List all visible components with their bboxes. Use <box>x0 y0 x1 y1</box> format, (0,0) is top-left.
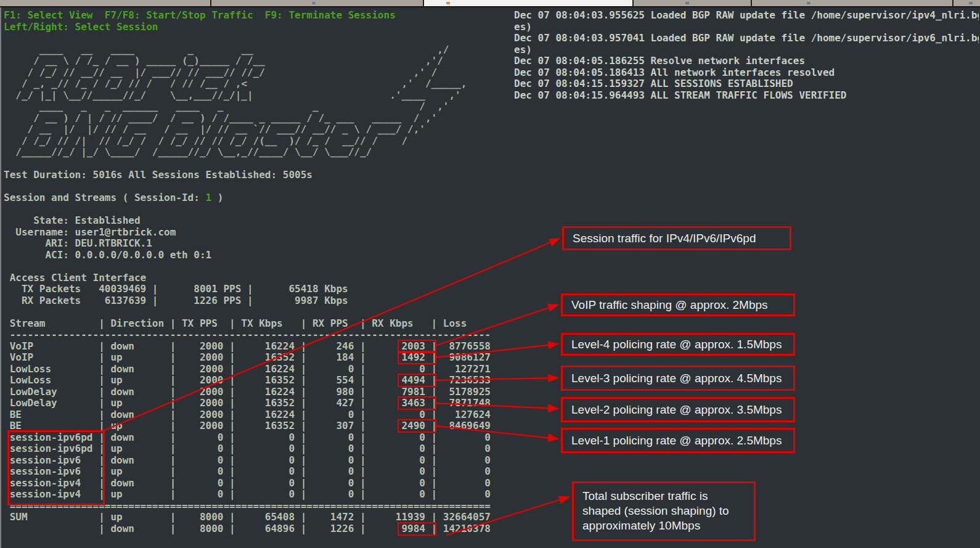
tab-favicon <box>969 2 973 4</box>
log-line: Dec 07 08:04:05.186255 Resolve network i… <box>514 55 979 67</box>
session-streams-heading: Session and Streams ( Session-Id: 1 ) <box>4 192 491 204</box>
annotation-box-level-4-policing: Level-4 policing rate @ approx. 1.5Mbps <box>561 333 795 356</box>
tab-divider <box>952 0 953 6</box>
terminal-line <box>4 261 491 272</box>
annotation-box-session-traffic: Session traffic for IPv4/IPv6/IPv6pd <box>562 226 791 250</box>
session-info-line: State: Established <box>4 215 491 227</box>
annotation-box-total-shaping: Total subscriber traffic is shaped (sess… <box>572 481 756 541</box>
ascii-banner-line: / _, _// /_ / /_/ // / / // /__ / ,< ,' … <box>4 78 491 90</box>
browser-tab-strip[interactable] <box>0 0 980 6</box>
terminal-line <box>4 181 491 193</box>
window-left-edge <box>0 7 1 548</box>
annotation-box-level-1-policing: Level-1 policing rate @ approx. 2.5Mbps <box>561 428 795 453</box>
tab-favicon <box>807 2 811 4</box>
tab-favicon <box>446 2 450 4</box>
session-info-line: Username: user1@rtbrick.com <box>4 227 491 239</box>
annotation-label: VoIP traffic shaping @ approx. 2Mbps <box>571 298 768 312</box>
ascii-banner-line: / __ ) / | / // ____/ / __ ) / /____ _ _… <box>4 113 491 125</box>
terminal-line <box>4 158 491 170</box>
log-line: es) <box>514 22 979 33</box>
tab-divider <box>632 0 634 6</box>
menu-session-line: Left/Right: Select Session <box>4 22 491 33</box>
browser-tab[interactable] <box>634 0 751 6</box>
ascii-banner-line: / /_/ // __// __ |/ ___// // ___// //_/ … <box>4 67 491 79</box>
annotation-label: Level-2 policing rate @ approx. 3.5Mbps <box>571 403 782 417</box>
log-line: es) <box>514 44 979 56</box>
tab-divider <box>210 0 211 6</box>
ascii-banner-line: / __ \ / /_ / __ ) _____ (_)_____ / /__ … <box>4 55 491 67</box>
browser-tab[interactable] <box>953 0 980 6</box>
ascii-banner-line: /_____//_/ |_/ \____/ /_____//_/ \__,_//… <box>4 147 491 158</box>
stream-table-header: Stream | Direction | TX PPS | TX Kbps | … <box>4 318 491 330</box>
ascii-banner-line: / __ |/ |/ // / __ / __ |/ // __ `// ___… <box>4 124 491 136</box>
value-highlight-box <box>398 419 437 433</box>
log-line: Dec 07 08:04:05.186413 All network inter… <box>514 67 979 79</box>
browser-tab[interactable] <box>0 0 210 6</box>
browser-tab[interactable] <box>752 0 952 6</box>
tab-strip-underline <box>0 6 980 7</box>
ascii-banner-line: ____ __ ____ _ __ ,/ <box>4 44 491 56</box>
test-duration-line: Test Duration: 5016s All Sessions Establ… <box>4 170 491 181</box>
terminal-line <box>4 204 491 216</box>
annotation-label: Session traffic for IPv4/IPv6/IPv6pd <box>573 232 756 245</box>
terminal-line <box>4 306 491 318</box>
value-highlight-box <box>398 396 437 410</box>
log-line: Dec 07 08:04:15.964493 ALL STREAM TRAFFI… <box>514 90 979 102</box>
browser-tab[interactable] <box>211 0 423 6</box>
log-pane: Dec 07 08:04:03.955625 Loaded BGP RAW up… <box>514 10 979 101</box>
access-interface-title: Access Client Interface <box>4 272 491 284</box>
annotation-label: Level-4 policing rate @ approx. 1.5Mbps <box>571 338 782 351</box>
log-line: Dec 07 08:04:03.955625 Loaded BGP RAW up… <box>514 10 979 22</box>
access-interface-row: TX Packets 40039469 | 8001 PPS | 65418 K… <box>4 284 491 295</box>
session-info-line: ARI: DEU.RTBRICK.1 <box>4 238 491 250</box>
session-streams-group-box <box>7 430 105 505</box>
tab-divider <box>751 0 752 6</box>
annotation-label: Total subscriber traffic is shaped (sess… <box>582 489 746 533</box>
terminal-line <box>4 33 491 44</box>
annotation-label: Level-3 policing rate @ approx. 4.5Mbps <box>571 372 782 385</box>
browser-tab-active[interactable] <box>424 0 632 6</box>
annotation-label: Level-1 policing rate @ approx. 2.5Mbps <box>571 434 782 448</box>
annotation-box-level-3-policing: Level-3 policing rate @ approx. 4.5Mbps <box>561 366 795 391</box>
menu-hotkeys-line: F1: Select View F7/F8: Start/Stop Traffi… <box>4 10 491 22</box>
tab-divider <box>423 0 424 6</box>
session-info-line: ACI: 0.0.0.0/0.0.0.0 eth 0:1 <box>4 250 491 261</box>
log-line: Dec 07 08:04:15.159327 ALL SESSIONS ESTA… <box>514 78 979 90</box>
ascii-banner-line: /_/ |_| \__//_____//_/ \__,___//_/|_| .'… <box>4 90 491 102</box>
annotation-box-voip-shaping: VoIP traffic shaping @ approx. 2Mbps <box>561 293 795 316</box>
ascii-banner-line: / /_/ // /| // /_/ / / /_/ // // /_/ /(_… <box>4 136 491 147</box>
tab-favicon <box>312 2 316 4</box>
value-highlight-box <box>398 522 437 536</box>
tab-favicon <box>685 2 689 4</box>
ascii-banner-line: ____ _ _ ______ ____ _ _ / ,' <box>4 101 491 113</box>
value-highlight-box <box>398 351 437 364</box>
value-highlight-box <box>398 374 437 387</box>
access-interface-row: RX Packets 6137639 | 1226 PPS | 9987 Kbp… <box>4 295 491 307</box>
annotation-box-level-2-policing: Level-2 policing rate @ approx. 3.5Mbps <box>561 397 795 422</box>
log-line: Dec 07 08:04:03.957041 Loaded BGP RAW up… <box>514 33 979 44</box>
